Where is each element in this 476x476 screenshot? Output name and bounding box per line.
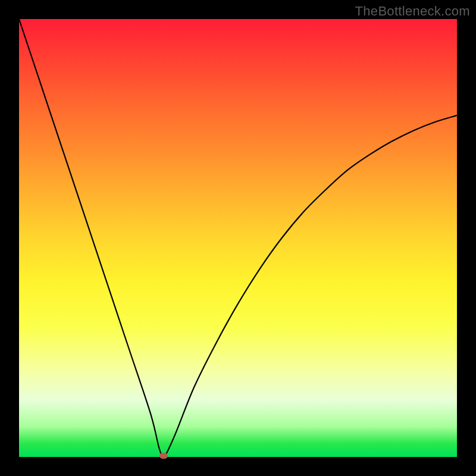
watermark-text: TheBottleneck.com bbox=[355, 4, 470, 19]
optimal-marker bbox=[159, 453, 168, 459]
bottleneck-curve bbox=[19, 19, 457, 457]
outer-frame: TheBottleneck.com bbox=[0, 0, 476, 476]
plot-area bbox=[19, 19, 457, 457]
